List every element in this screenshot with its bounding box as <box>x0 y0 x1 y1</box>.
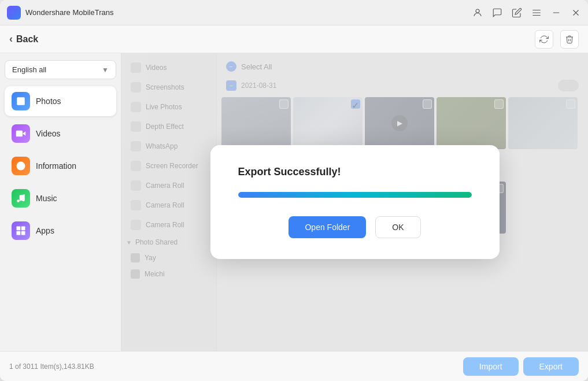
export-success-modal: Export Successfully! Open Folder OK <box>210 145 500 259</box>
information-icon <box>12 157 30 175</box>
ok-button[interactable]: OK <box>375 216 420 238</box>
app-title: Wondershare MobileTrans <box>25 8 472 17</box>
information-label: Information <box>36 161 76 171</box>
minimize-button[interactable] <box>551 8 561 18</box>
svg-rect-10 <box>16 131 23 137</box>
progress-bar-fill <box>238 192 472 198</box>
svg-rect-18 <box>17 231 21 235</box>
videos-icon <box>12 124 30 143</box>
profile-icon[interactable] <box>472 8 483 18</box>
sidebar-item-information[interactable]: Information <box>5 151 116 181</box>
sub-header: ‹ Back <box>0 25 588 53</box>
language-dropdown[interactable]: English all ▼ <box>5 60 116 79</box>
svg-point-8 <box>19 99 20 100</box>
menu-icon[interactable] <box>531 8 542 18</box>
chevron-down-icon: ▼ <box>102 66 109 74</box>
export-button[interactable]: Export <box>523 357 579 376</box>
status-text: 1 of 3011 Item(s),143.81KB <box>9 362 463 371</box>
dropdown-label: English all <box>12 65 46 74</box>
svg-rect-19 <box>21 231 25 235</box>
svg-rect-17 <box>21 227 25 231</box>
back-arrow-icon: ‹ <box>9 33 13 45</box>
back-button[interactable]: ‹ Back <box>9 33 38 45</box>
title-bar: Wondershare MobileTrans <box>0 0 588 25</box>
modal-overlay: Export Successfully! Open Folder OK <box>121 53 588 351</box>
progress-bar-container <box>238 192 472 198</box>
open-folder-button[interactable]: Open Folder <box>289 216 366 238</box>
modal-buttons: Open Folder OK <box>289 216 420 238</box>
title-bar-controls <box>472 8 581 18</box>
delete-button[interactable] <box>560 30 579 49</box>
svg-point-15 <box>22 199 25 202</box>
svg-marker-9 <box>23 131 25 136</box>
bottom-bar: 1 of 3011 Item(s),143.81KB Import Export <box>0 351 588 381</box>
music-icon <box>12 189 30 208</box>
chat-icon[interactable] <box>492 8 502 18</box>
svg-point-14 <box>17 199 20 202</box>
refresh-button[interactable] <box>535 30 553 49</box>
svg-point-0 <box>476 9 479 13</box>
app-window: Wondershare MobileTrans ‹ <box>0 0 588 381</box>
edit-icon[interactable] <box>512 8 522 18</box>
modal-title: Export Successfully! <box>238 166 341 178</box>
sidebar-item-apps[interactable]: Apps <box>5 216 116 246</box>
header-actions <box>535 30 579 49</box>
apps-icon <box>12 221 30 240</box>
content-area: Videos Screenshots Live Photos Depth Eff… <box>121 53 588 351</box>
sidebar-item-photos[interactable]: Photos <box>5 86 116 116</box>
sidebar: English all ▼ Photos Videos Informat <box>0 53 121 351</box>
sidebar-item-videos[interactable]: Videos <box>5 119 116 149</box>
apps-label: Apps <box>36 226 54 235</box>
main-layout: English all ▼ Photos Videos Informat <box>0 53 588 351</box>
videos-label: Videos <box>36 129 61 138</box>
music-label: Music <box>36 194 57 203</box>
photos-icon <box>12 92 30 110</box>
import-button[interactable]: Import <box>463 357 519 376</box>
back-label: Back <box>16 34 38 45</box>
app-icon <box>7 6 21 20</box>
close-button[interactable] <box>571 8 581 18</box>
sidebar-item-music[interactable]: Music <box>5 183 116 213</box>
photos-label: Photos <box>36 97 61 106</box>
svg-rect-16 <box>17 227 21 231</box>
